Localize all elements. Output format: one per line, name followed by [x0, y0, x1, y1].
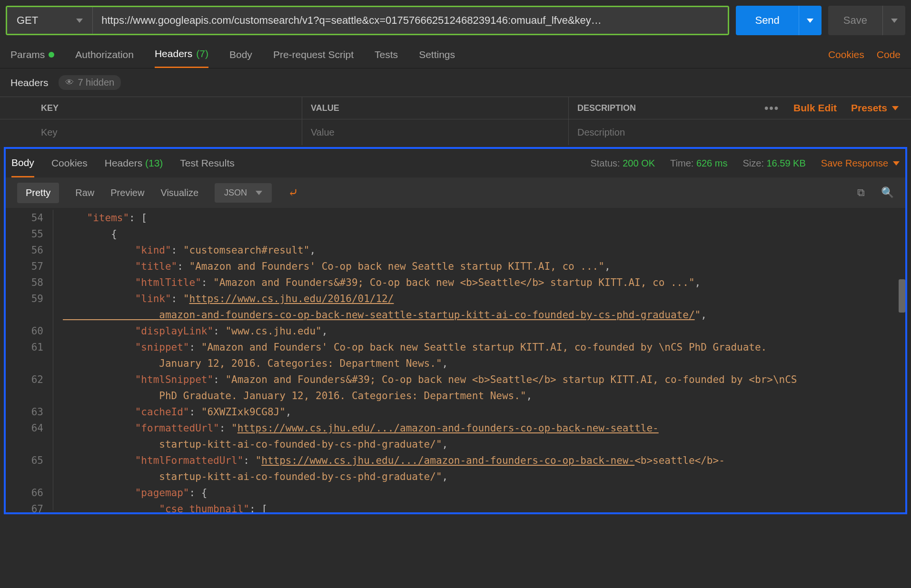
value-input[interactable] [311, 127, 568, 138]
view-raw[interactable]: Raw [75, 183, 94, 203]
save-button[interactable]: Save [828, 6, 882, 35]
tab-authorization[interactable]: Authorization [75, 41, 134, 68]
bulk-edit-link[interactable]: Bulk Edit [793, 102, 837, 114]
scrollbar[interactable] [899, 279, 905, 313]
http-method-label: GET [17, 14, 38, 27]
cookies-link[interactable]: Cookies [828, 49, 864, 60]
wrap-lines-icon[interactable]: ⤶ [288, 186, 298, 200]
more-icon[interactable]: ••• [764, 101, 779, 115]
view-preview[interactable]: Preview [110, 183, 144, 203]
format-dropdown[interactable]: JSON [215, 183, 272, 203]
status-meta: Status: 200 OK [590, 158, 655, 169]
tab-params[interactable]: Params [10, 41, 54, 68]
send-dropdown[interactable] [799, 6, 822, 35]
response-tab-cookies[interactable]: Cookies [51, 149, 88, 177]
chevron-down-icon [893, 161, 900, 166]
presets-dropdown[interactable]: Presets [851, 102, 899, 114]
key-input[interactable] [41, 127, 302, 138]
request-bar: GET [6, 6, 729, 35]
save-response-dropdown[interactable]: Save Response [821, 158, 900, 169]
time-meta: Time: 626 ms [670, 158, 727, 169]
response-tab-headers[interactable]: Headers (13) [105, 149, 163, 177]
description-input[interactable] [577, 127, 911, 138]
hidden-headers-toggle[interactable]: 👁 7 hidden [59, 75, 121, 90]
save-dropdown[interactable] [882, 6, 905, 35]
tab-tests[interactable]: Tests [375, 41, 398, 68]
chevron-down-icon [891, 19, 898, 23]
kv-row [0, 119, 911, 145]
http-method-select[interactable]: GET [7, 7, 93, 34]
size-meta: Size: 16.59 KB [743, 158, 805, 169]
send-button[interactable]: Send [736, 6, 798, 35]
tab-prerequest[interactable]: Pre-request Script [273, 41, 354, 68]
response-body-code[interactable]: 5455565758596061626364656667 "items": [ … [6, 208, 905, 512]
kv-table-header: KEY VALUE DESCRIPTION ••• Bulk Edit Pres… [0, 97, 911, 119]
url-input[interactable] [93, 7, 728, 34]
response-tab-testresults[interactable]: Test Results [180, 149, 234, 177]
tab-headers[interactable]: Headers(7) [155, 41, 208, 68]
kv-col-key: KEY [35, 103, 302, 113]
copy-icon[interactable]: ⧉ [857, 186, 865, 199]
request-tabs: Params Authorization Headers(7) Body Pre… [0, 41, 911, 69]
chevron-down-icon [76, 19, 83, 23]
params-dot-icon [49, 52, 54, 58]
chevron-down-icon [892, 106, 899, 110]
eye-icon: 👁 [65, 78, 74, 88]
code-link[interactable]: Code [877, 49, 901, 60]
kv-col-value: VALUE [302, 97, 568, 119]
response-tab-body[interactable]: Body [11, 149, 34, 177]
search-icon[interactable]: 🔍 [881, 186, 894, 199]
kv-col-description: DESCRIPTION [577, 103, 636, 113]
headers-title: Headers [10, 77, 48, 88]
chevron-down-icon [256, 191, 262, 195]
view-pretty[interactable]: Pretty [17, 183, 59, 203]
tab-body[interactable]: Body [229, 41, 252, 68]
tab-settings[interactable]: Settings [419, 41, 455, 68]
response-panel: Body Cookies Headers (13) Test Results S… [4, 147, 907, 514]
view-visualize[interactable]: Visualize [160, 183, 198, 203]
chevron-down-icon [807, 19, 813, 23]
